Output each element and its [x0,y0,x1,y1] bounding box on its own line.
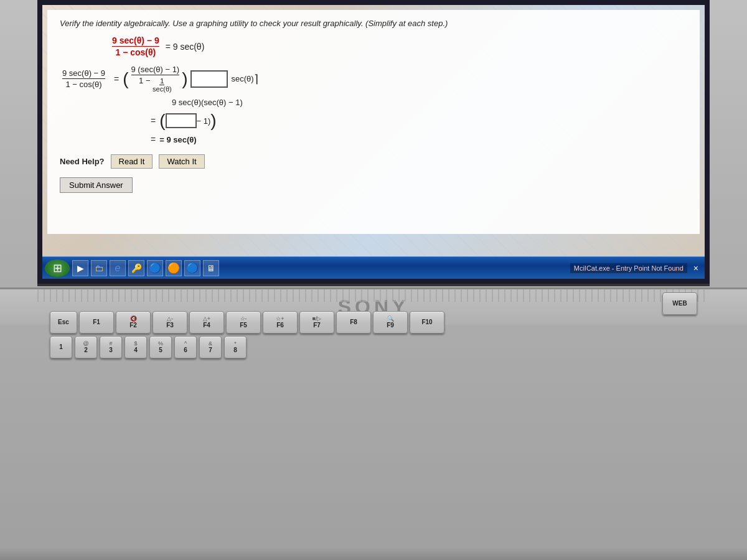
close-bracket: ⌉ [254,73,258,85]
step2-minus1: − 1) [197,116,211,126]
header-equation: 9 sec(θ) − 9 1 − cos(θ) = 9 sec(θ) [110,35,687,57]
taskbar-ff-btn[interactable]: 🟠 [166,260,182,276]
f7-key[interactable]: ■/▷ F7 [299,311,334,334]
close-paren-2: ) [210,112,216,129]
factor2-label: sec(θ) [232,74,254,83]
taskbar-key-btn[interactable]: 🔑 [128,260,144,276]
f3-key[interactable]: △- F3 [153,311,187,334]
key-caret[interactable]: ^ 6 [174,336,197,358]
laptop-body: Verify the identity algebraically. Use a… [0,0,747,560]
submit-row: Submit Answer [60,169,687,193]
step2-row: 9 sec(θ)(sec(θ) − 1) [172,98,687,107]
key-hash[interactable]: # 3 [100,336,122,358]
taskbar-close-button[interactable]: × [690,263,702,273]
f9-key[interactable]: 🔍 F9 [373,311,408,334]
blue-icon: 🔵 [186,262,199,274]
header-fraction: 9 sec(θ) − 9 1 − cos(θ) [112,35,159,57]
submit-answer-button[interactable]: Submit Answer [60,177,133,193]
taskbar-notification: MciICat.exe - Entry Point Not Found [570,263,687,273]
read-it-button[interactable]: Read It [111,154,153,169]
esc-key[interactable]: Esc [50,311,77,334]
ie-icon: e [115,263,121,274]
need-help-label: Need Help? [60,157,105,166]
problem-title: Verify the identity algebraically. Use a… [60,19,687,28]
need-help-row: Need Help? Read It Watch It [60,154,687,169]
fn-key-row: Esc F1 🔇 F2 △- F3 △+ F4 ☆- F5 ☆+ [50,311,697,334]
f5-key[interactable]: ☆- F5 [226,311,261,334]
step3-equals: = [151,134,156,144]
screen-bezel: Verify the identity algebraically. Use a… [37,0,710,284]
step1-equals: = [114,74,119,84]
key-amp[interactable]: & 7 [199,336,222,358]
step3-row: = = 9 sec(θ) [147,134,687,144]
step2b-row: = ( − 1) ) [147,112,687,129]
web-key[interactable]: WEB [662,292,697,315]
web-label: WEB [672,300,687,307]
taskbar: ⊞ ▶ 🗀 e 🔑 🔵 [42,256,705,279]
step1-lhs: 9 sec(θ) − 9 1 − cos(θ) [62,68,105,89]
f10-key[interactable]: F10 [410,311,444,334]
taskbar-folder-btn[interactable]: 🗀 [91,260,107,276]
f6-key[interactable]: ☆+ F6 [263,311,298,334]
f8-key[interactable]: F8 [336,311,371,334]
chrome-icon: 🔵 [149,262,161,274]
key-star[interactable]: * 8 [224,336,247,358]
keyboard-section: WEB Esc F1 🔇 F2 △- F3 △+ F4 ☆- [50,311,697,548]
taskbar-chrome-btn[interactable]: 🔵 [147,260,163,276]
key-dollar[interactable]: $ 4 [125,336,147,358]
open-paren-2: ( [159,112,165,129]
laptop-bottom-edge [0,548,747,560]
step1-factor1: 9 (sec(θ) − 1) 1 − 1sec(θ) [131,65,180,93]
key-icon: 🔑 [131,263,142,273]
close-paren-1: ) [182,70,187,88]
taskbar-ie-btn[interactable]: e [110,260,126,276]
key-percent[interactable]: % 5 [149,336,172,358]
f4-key[interactable]: △+ F4 [189,311,224,334]
step2-equals: = [151,116,156,126]
screen-icon: 🖥 [207,263,215,273]
taskbar-screen-btn[interactable]: 🖥 [203,260,219,276]
speaker-grille [37,289,710,302]
windows-icon: ⊞ [53,261,62,275]
folder-icon: 🗀 [95,263,103,273]
math-panel: Verify the identity algebraically. Use a… [47,10,700,234]
play-icon: ▶ [77,263,84,273]
header-equals: = 9 sec(θ) [166,42,205,52]
f1-key[interactable]: F1 [79,311,114,334]
number-row: 1 @ 2 # 3 $ 4 % 5 ^ 6 & [50,336,697,358]
box-input-2[interactable] [166,113,197,128]
key-at[interactable]: @ 2 [75,336,97,358]
f2-key[interactable]: 🔇 F2 [116,311,151,334]
taskbar-blue-btn[interactable]: 🔵 [184,260,200,276]
watch-it-button[interactable]: Watch It [159,154,204,169]
key-1[interactable]: 1 [50,336,72,358]
firefox-icon: 🟠 [167,262,180,274]
screen-content: Verify the identity algebraically. Use a… [42,5,705,279]
box-input-1[interactable] [190,70,228,88]
open-paren-1: ( [123,70,128,88]
taskbar-play-btn[interactable]: ▶ [72,260,88,276]
step3-result: = 9 sec(θ) [159,135,196,144]
step2-text: 9 sec(θ)(sec(θ) − 1) [172,98,243,107]
step1-row: 9 sec(θ) − 9 1 − cos(θ) = ( 9 (sec(θ) − … [60,65,687,93]
start-button[interactable]: ⊞ [45,259,70,277]
screen-area: Verify the identity algebraically. Use a… [37,0,710,286]
